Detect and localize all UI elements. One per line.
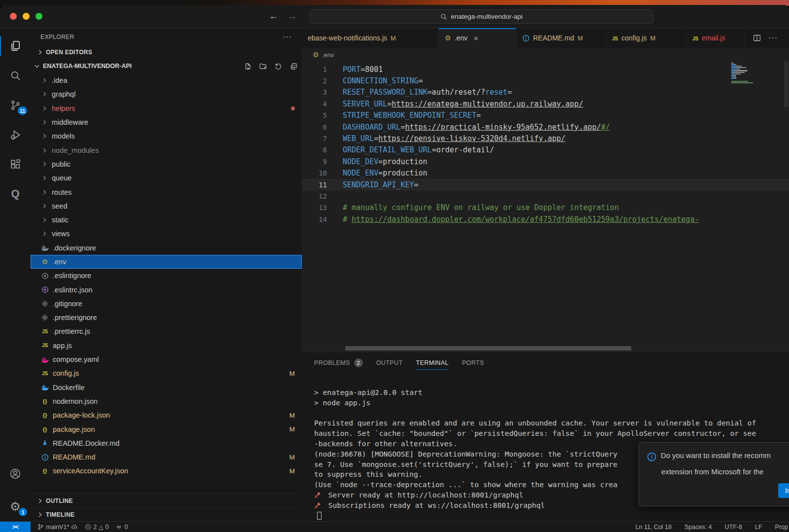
tree-item-helpers[interactable]: helpers — [31, 102, 302, 115]
refresh-icon[interactable] — [274, 62, 283, 71]
scrollbar-thumb[interactable] — [345, 346, 631, 351]
minimize-window-button[interactable] — [23, 13, 30, 20]
tree-item--eslintignore[interactable]: .eslintignore — [31, 269, 302, 283]
tree-item--idea[interactable]: .idea — [31, 73, 302, 87]
tree-item-routes[interactable]: routes — [31, 185, 302, 199]
tree-item-readme-docker-md[interactable]: README.Docker.md — [31, 436, 302, 450]
editor-tab-config-js[interactable]: JSconfig.jsM — [606, 28, 686, 48]
tree-item--dockerignore[interactable]: .dockerignore — [31, 241, 302, 255]
activity-bar-item-search[interactable] — [0, 64, 31, 87]
remote-indicator[interactable]: >< — [0, 522, 31, 532]
problems-summary[interactable]: 2 △ 0 — [85, 524, 108, 531]
close-icon[interactable]: × — [474, 34, 478, 42]
indentation[interactable]: Spaces: 4 — [684, 524, 712, 531]
editor-tab-ebase-web-notifications-js[interactable]: ebase-web-notifications.jsM — [302, 28, 439, 48]
tree-item-models[interactable]: models — [31, 129, 302, 143]
activity-bar-item-extensions[interactable] — [0, 152, 31, 176]
editor-tab-readme-md[interactable]: README.mdM — [516, 28, 606, 48]
code-editor[interactable]: 1PORT=80012CONNECTION_STRING=3RESET_PASS… — [302, 62, 789, 345]
activity-bar-item-run-debug[interactable] — [0, 123, 31, 146]
maximize-window-button[interactable] — [36, 13, 42, 20]
tree-item--prettierrc-js[interactable]: JS.prettierrc.js — [31, 324, 302, 338]
code-line-2[interactable]: 2CONNECTION_STRING= — [302, 75, 789, 86]
editor-tab-email-js[interactable]: JSemail.js — [686, 28, 745, 48]
ports-broadcast-item[interactable]: 0 — [115, 524, 128, 531]
panel-tab-problems[interactable]: PROBLEMS2 — [314, 352, 363, 374]
tree-item--eslintrc-json[interactable]: .eslintrc.json — [31, 283, 302, 296]
tree-item--gitignore[interactable]: .gitignore — [31, 297, 302, 311]
tree-item-views[interactable]: views — [31, 227, 302, 241]
git-modified-badge: M — [650, 35, 656, 42]
tree-item-package-json[interactable]: {}package.jsonM — [31, 422, 302, 436]
activity-bar-item-source-control[interactable]: 11 — [0, 93, 31, 117]
install-button[interactable]: Install — [778, 483, 789, 498]
new-file-icon[interactable] — [244, 62, 252, 71]
split-editor-icon[interactable] — [753, 34, 761, 42]
code-line-11[interactable]: 11SENDGRID_API_KEY= — [302, 179, 789, 190]
workspace-root-row[interactable]: ENATEGA-MULTIVENDOR-API — [31, 59, 302, 73]
open-editors-section[interactable]: OPEN EDITORS — [31, 46, 302, 59]
forward-arrow-icon[interactable]: → — [286, 11, 299, 22]
tree-item-serviceaccountkey-json[interactable]: {}serviceAccountKey.jsonM — [31, 464, 302, 478]
panel-tab-label: TERMINAL — [416, 359, 448, 366]
line-content: WEB_URL=https://pensive-liskov-5320d4.ne… — [327, 134, 566, 143]
more-actions-icon[interactable]: ··· — [768, 34, 778, 42]
code-line-13[interactable]: 13# manually configure ENV on railway or… — [302, 202, 789, 213]
encoding[interactable]: UTF-8 — [725, 524, 742, 531]
tree-item--prettierignore[interactable]: .prettierignore — [31, 311, 302, 324]
tree-item-queue[interactable]: queue — [31, 171, 302, 185]
tree-item-readme-md[interactable]: README.mdM — [31, 450, 302, 464]
minimap[interactable] — [731, 63, 773, 84]
timeline-section[interactable]: TIMELINE — [31, 507, 302, 521]
close-window-button[interactable] — [10, 13, 17, 20]
activity-bar-item-account[interactable] — [0, 462, 31, 486]
collapse-all-icon[interactable] — [289, 62, 298, 71]
tree-item-public[interactable]: public — [31, 157, 302, 171]
tree-item-middleware[interactable]: middleware — [31, 115, 302, 129]
activity-bar-item-settings[interactable]: ⚙1 — [0, 495, 31, 518]
panel-tab-ports[interactable]: PORTS — [462, 352, 484, 374]
language-mode[interactable]: Prop — [775, 524, 788, 531]
tree-item-seed[interactable]: seed — [31, 199, 302, 213]
code-line-14[interactable]: 14# https://dashboard.doppler.com/workpl… — [302, 213, 789, 225]
code-line-3[interactable]: 3RESET_PASSWORD_LINK=auth/reset/?reset= — [302, 87, 789, 98]
tree-item--env[interactable]: ⚙.env — [31, 255, 302, 269]
editor-tab--env[interactable]: ⚙.env× — [439, 28, 516, 48]
cursor-position[interactable]: Ln 11, Col 18 — [636, 524, 672, 531]
code-line-7[interactable]: 7WEB_URL=https://pensive-liskov-5320d4.n… — [302, 133, 789, 144]
code-line-6[interactable]: 6DASHBOARD_URL=https://practical-minsky-… — [302, 121, 789, 133]
code-line-1[interactable]: 1PORT=8001 — [302, 64, 789, 75]
tree-item-app-js[interactable]: JSapp.js — [31, 339, 302, 353]
outline-section[interactable]: OUTLINE — [31, 494, 302, 507]
code-line-12[interactable]: 12 — [302, 190, 789, 202]
code-line-5[interactable]: 5STRIPE_WEBHOOK_ENDPOINT_SECRET= — [302, 110, 789, 121]
new-folder-icon[interactable] — [259, 62, 267, 71]
tree-item-static[interactable]: static — [31, 213, 302, 227]
panel-tab-output[interactable]: OUTPUT — [376, 352, 403, 374]
problems-badge: 2 — [354, 358, 363, 367]
breadcrumb[interactable]: ⚙ .env — [302, 48, 789, 62]
tree-item-node-modules[interactable]: node_modules — [31, 143, 302, 157]
tree-item-config-js[interactable]: JSconfig.jsM — [31, 366, 302, 380]
tree-item-dockerfile[interactable]: Dockerfile — [31, 381, 302, 394]
activity-bar-item-explorer[interactable] — [0, 34, 31, 58]
terminal-line: haustion. Set `cache: "bounded"` or `per… — [314, 428, 789, 439]
git-branch-item[interactable]: mainV1* — [37, 524, 78, 531]
activity-bar-item-quokka[interactable]: Q — [0, 182, 31, 206]
eol[interactable]: LF — [755, 524, 762, 531]
tree-item-package-lock-json[interactable]: {}package-lock.jsonM — [31, 408, 302, 422]
code-line-10[interactable]: 10NODE_ENV=production — [302, 168, 789, 179]
tree-item-graphql[interactable]: graphql — [31, 87, 302, 101]
tree-item-compose-yaml[interactable]: compose.yaml — [31, 353, 302, 366]
code-line-4[interactable]: 4SERVER_URL=https://enatega-multivendor.… — [302, 98, 789, 109]
tree-item-nodemon-json[interactable]: {}nodemon.json — [31, 394, 302, 408]
explorer-more-actions-icon[interactable]: ··· — [283, 33, 292, 41]
command-center-search[interactable]: enatega-multivendor-api — [310, 9, 653, 24]
editor-horizontal-scrollbar[interactable] — [302, 345, 789, 352]
editor-vertical-scrollbar[interactable] — [784, 62, 789, 107]
panel-tab-terminal[interactable]: TERMINAL — [416, 352, 448, 374]
code-line-8[interactable]: 8ORDER_DETAIL_WEB_URL=order-detail/ — [302, 144, 789, 156]
terminal-line: > node app.js — [314, 398, 789, 408]
back-arrow-icon[interactable]: ← — [267, 11, 280, 22]
code-line-9[interactable]: 9NODE_DEV=production — [302, 156, 789, 167]
